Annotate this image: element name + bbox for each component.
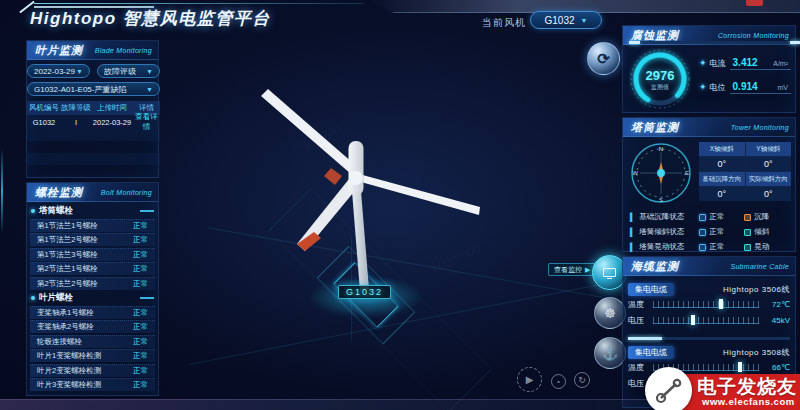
bolt-row[interactable]: 变桨轴承1号螺栓 正常	[30, 306, 155, 319]
bolt-row[interactable]: 变桨轴承2号螺栓 正常	[30, 320, 155, 333]
defect-filter-dropdown[interactable]: G1032-A01-E05-严重缺陷 ▼	[27, 82, 160, 96]
cable-name: Hightopo 3508线	[723, 347, 790, 358]
status-alt: 倾斜	[754, 227, 769, 237]
col-fault-level: 故障等级	[61, 103, 91, 113]
status-label: 塔筒倾斜状态	[639, 227, 699, 237]
cable-panel-title: 海缆监测	[631, 259, 679, 274]
bolt-row[interactable]: 第2节法兰1号螺栓 正常	[30, 262, 155, 275]
bolt-name: 第2节法兰1号螺栓	[37, 264, 98, 274]
blade-bolt-section-toggle[interactable]: 叶片螺栓	[27, 291, 158, 304]
bolt-row[interactable]: 第2节法兰2号螺栓 正常	[30, 277, 155, 290]
status-ok-icon	[699, 229, 706, 236]
cable-slider[interactable]	[653, 301, 759, 308]
blade-panel-title: 叶片监测	[35, 43, 83, 58]
cell-fan-id: G1032	[27, 118, 61, 127]
grid-header: 基础沉降方向	[699, 172, 745, 186]
turbine-nacelle	[349, 141, 364, 195]
bar-icon: ▍	[630, 228, 636, 237]
bolt-row[interactable]: 第1节法兰1号螺栓 正常	[30, 219, 155, 232]
blade-panel-title-en: Blade Monitoring	[95, 47, 152, 54]
fault-table-row[interactable]: G1032 I 2022-03-29 查看详情	[27, 115, 160, 129]
cable-badge: 集电电缆	[628, 283, 674, 296]
level-filter-dropdown[interactable]: 故障评级 ▼	[97, 64, 160, 78]
status-label: 基础沉降状态	[639, 212, 699, 222]
bolt-name: 第1节法兰2号螺栓	[37, 235, 98, 245]
bolt-panel: 螺栓监测 Bolt Monitoring 塔筒螺栓 第1节法兰1号螺栓 正常 第…	[26, 182, 159, 396]
bolt-name: 变桨轴承2号螺栓	[37, 322, 94, 332]
chevron-down-icon: ▼	[76, 68, 83, 75]
view-detail-link[interactable]: 查看详情	[133, 112, 160, 132]
rotate-control-button[interactable]: ↻	[574, 372, 590, 388]
metric-value: 0.914	[733, 81, 758, 92]
defect-filter-value: G1032-A01-E05-严重缺陷	[34, 84, 126, 95]
status-ok: 正常	[709, 227, 724, 237]
bolt-row[interactable]: 叶片2变桨螺栓检测 正常	[30, 364, 155, 377]
bolt-name: 变桨轴承1号螺栓	[37, 308, 94, 318]
tower-bolt-section-toggle[interactable]: 塔筒螺栓	[27, 204, 158, 217]
section-label: 塔筒螺栓	[39, 205, 73, 217]
view-monitor-tag[interactable]: 查看监控 ▶	[548, 263, 596, 276]
bolt-name: 第2节法兰2号螺栓	[37, 279, 98, 289]
collapse-dash-icon	[140, 297, 154, 299]
bolt-row[interactable]: 轮毂连接螺栓 正常	[30, 335, 155, 348]
status-alt: 晃动	[754, 242, 769, 252]
panel-scrollbar[interactable]	[628, 337, 790, 340]
spark-icon: ✦	[699, 82, 707, 92]
bolt-name: 第1节法兰1号螺栓	[37, 221, 98, 231]
current-fan-dropdown[interactable]: G1032 ▼	[530, 11, 602, 29]
reset-view-button[interactable]: ⟳	[587, 42, 620, 75]
compass-w: W	[632, 170, 638, 176]
slider-thumb[interactable]	[719, 299, 723, 309]
level-filter-value: 故障评级	[104, 66, 136, 77]
play-animation-button[interactable]: ▶	[517, 367, 542, 392]
bolt-row[interactable]: 叶片3变桨螺栓检测 正常	[30, 378, 155, 391]
date-filter-dropdown[interactable]: 2022-03-29 ▼	[27, 64, 90, 78]
slider-thumb[interactable]	[691, 315, 695, 325]
bolt-row[interactable]: 叶片1变桨螺栓检测 正常	[30, 349, 155, 362]
metric-unit: mV	[778, 84, 789, 91]
blade-panel-header: 叶片监测 Blade Monitoring	[27, 41, 158, 60]
gauge-value: 2976	[629, 68, 691, 83]
bolt-row[interactable]: 第1节法兰2号螺栓 正常	[30, 233, 155, 246]
turbine-hub	[349, 171, 363, 185]
status-alt: 沉降	[754, 212, 769, 222]
collapse-dash-icon	[140, 210, 154, 212]
tower-panel: 塔筒监测 Tower Monitoring N E S W X轴倾斜 Y轴倾斜 …	[622, 117, 796, 252]
cell-fault-level: I	[61, 118, 91, 127]
grid-header: Y轴倾斜	[746, 142, 792, 156]
cable-panel-header: 海缆监测 Submarine Cable	[623, 257, 795, 276]
empty-row	[27, 153, 160, 165]
status-alt-icon	[744, 229, 751, 236]
status-alt-icon	[744, 244, 751, 251]
cell-upload-time: 2022-03-29	[91, 118, 133, 127]
slider-thumb[interactable]	[738, 362, 742, 372]
cable-metric-value: 66℃	[764, 363, 790, 372]
bolt-status: 正常	[133, 366, 148, 376]
bolt-row[interactable]: 第1节法兰3号螺栓 正常	[30, 248, 155, 261]
cable-card-1: 集电电缆 Hightopo 3506线 温度 72℃ 电压 45kV	[628, 282, 790, 328]
bullet-icon	[31, 209, 35, 213]
chevron-down-icon: ▼	[146, 68, 153, 75]
chevron-down-icon: ▼	[581, 17, 588, 24]
cable-metric-row: 温度 72℃	[628, 297, 790, 312]
bolt-name: 轮毂连接螺栓	[37, 337, 82, 347]
bullet-icon	[31, 296, 35, 300]
cable-badge: 集电电缆	[628, 346, 674, 359]
fault-table: 风机编号 故障等级 上传时间 详情 G1032 I 2022-03-29 查看详…	[27, 101, 160, 177]
bolt-status: 正常	[133, 351, 148, 361]
tower-panel-header: 塔筒监测 Tower Monitoring	[623, 118, 795, 137]
compass-n: N	[659, 146, 663, 152]
col-upload-time: 上传时间	[91, 103, 133, 113]
tower-statuses: ▍ 基础沉降状态 正常 沉降 ▍ 塔筒倾斜状态 正常 倾斜 ▍ 塔筒晃动状态 正…	[630, 208, 791, 253]
turbine-blade-right	[359, 174, 480, 215]
cable-slider[interactable]	[653, 317, 759, 324]
arrow-right-icon: ▶	[585, 266, 590, 274]
status-label: 塔筒晃动状态	[639, 242, 699, 252]
cable-metric-label: 温度	[628, 362, 648, 373]
play-icon: ▶	[526, 374, 534, 385]
blade-panel: 叶片监测 Blade Monitoring 2022-03-29 ▼ 故障评级 …	[26, 40, 159, 178]
dot-control-button[interactable]: •	[551, 374, 566, 389]
top-deco-line	[34, 3, 364, 4]
panel-scrollbar[interactable]	[629, 41, 800, 44]
watermark-site: www.elecfans.com	[702, 396, 795, 407]
